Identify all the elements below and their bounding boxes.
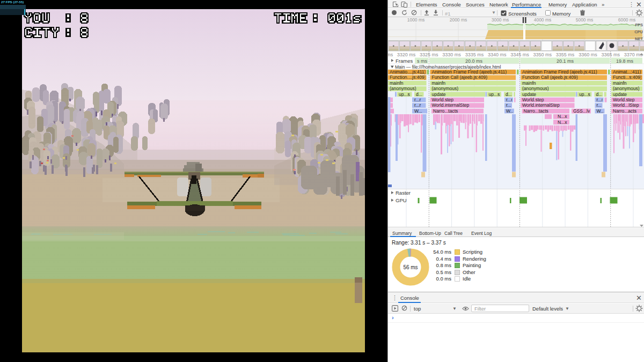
svg-text:4000 ms: 4000 ms [534, 17, 552, 23]
svg-text:Raster: Raster [396, 190, 411, 196]
svg-text:up...s: up...s [399, 92, 410, 97]
svg-text:N...x: N...x [558, 120, 567, 125]
svg-text:Animation Frame Fired (ajeeb.j: Animation Frame Fired (ajeeb.js:411) [522, 69, 597, 75]
svg-text:3360 ms: 3360 ms [579, 52, 597, 57]
svg-text:(anonymous): (anonymous) [613, 86, 640, 91]
svg-text:CPU: CPU [634, 29, 643, 34]
svg-text:FPS: FPS [635, 23, 643, 27]
svg-text:6000 ms: 6000 ms [618, 17, 636, 23]
svg-text:3320 ms: 3320 ms [397, 52, 416, 57]
svg-text:r...r: r...r [506, 97, 513, 102]
svg-text:up...s: up...s [579, 92, 590, 97]
svg-text:r...r: r...r [597, 97, 603, 102]
svg-text:World.step: World.step [613, 97, 635, 102]
svg-text:Animat...:411): Animat...:411) [613, 69, 641, 75]
svg-text:19.8 ms: 19.8 ms [616, 58, 634, 64]
svg-text:3365 ms: 3365 ms [601, 52, 620, 57]
svg-text:(anonymous): (anonymous) [432, 86, 459, 91]
svg-text:World.internalStep: World.internalStep [522, 102, 560, 108]
svg-text:mainfn: mainfn [390, 80, 404, 86]
svg-text:mainfn: mainfn [522, 80, 536, 86]
svg-text:World.step: World.step [522, 97, 544, 102]
svg-text:3345 ms: 3345 ms [510, 52, 529, 57]
svg-text:(anonymous): (anonymous) [522, 86, 549, 91]
svg-text:W...: W... [414, 108, 422, 114]
svg-text:Function Call (ajeeb.js:409): Function Call (ajeeb.js:409) [522, 75, 578, 80]
svg-text:Animation Frame Fired (ajeeb.j: Animation Frame Fired (ajeeb.js:411) [432, 69, 507, 75]
svg-text:1000 ms: 1000 ms [407, 17, 425, 23]
svg-text:Narro...acts: Narro...acts [613, 108, 636, 114]
svg-text:GSS...lve: GSS...lve [573, 108, 592, 114]
svg-text:3335 ms: 3335 ms [465, 52, 484, 57]
svg-text:3340 ms: 3340 ms [488, 52, 507, 57]
svg-text:r...r: r...r [414, 97, 421, 102]
svg-text:Main — file:///home/nasser/pro: Main — file:///home/nasser/projects/ajee… [395, 64, 501, 70]
svg-text:5000 ms: 5000 ms [576, 17, 594, 23]
svg-text:3330 ms: 3330 ms [442, 52, 461, 57]
svg-text:3355 ms: 3355 ms [556, 52, 575, 57]
svg-text:d...: d... [596, 92, 603, 97]
svg-text:20.1 ms: 20.1 ms [557, 58, 574, 64]
svg-text:d...: d... [506, 92, 512, 97]
svg-text:up...s: up...s [489, 92, 500, 97]
svg-text:(anonymous): (anonymous) [390, 86, 416, 91]
svg-text:update: update [613, 92, 627, 97]
svg-text:3315 ms: 3315 ms [388, 52, 393, 57]
svg-text:3350 ms: 3350 ms [533, 52, 552, 57]
svg-text:update: update [522, 92, 536, 97]
svg-text:Function....js:409): Function....js:409) [390, 75, 426, 80]
svg-text:d...: d... [416, 92, 422, 97]
svg-text:2000 ms: 2000 ms [450, 17, 467, 23]
svg-text:s ms: s ms [417, 58, 427, 64]
svg-text:Narro...tacts: Narro...tacts [524, 108, 548, 114]
svg-text:World...lStep: World...lStep [613, 102, 639, 108]
svg-text:3325 ms: 3325 ms [420, 52, 438, 57]
svg-text:mainfn: mainfn [613, 80, 627, 86]
svg-text:56 ms: 56 ms [403, 264, 418, 270]
svg-text:N...x: N...x [558, 114, 567, 119]
svg-text:Function Call (ajeeb.js:409): Function Call (ajeeb.js:409) [432, 75, 488, 80]
svg-text:20.0 ms: 20.0 ms [465, 58, 483, 64]
svg-text:World.internalStep: World.internalStep [432, 102, 470, 108]
svg-text:W...: W... [506, 108, 514, 114]
svg-text:mainfn: mainfn [432, 80, 446, 86]
svg-text:GPU: GPU [396, 197, 407, 203]
svg-text:World.step: World.step [432, 97, 454, 102]
svg-text:3000 ms: 3000 ms [492, 17, 509, 23]
svg-text:update: update [432, 92, 446, 97]
svg-text:Animatio....js:411): Animatio....js:411) [390, 69, 426, 75]
svg-text:Functi...s:409): Functi...s:409) [613, 75, 642, 80]
svg-text:3370 ms: 3370 ms [624, 52, 643, 57]
svg-text:r...r: r...r [414, 102, 421, 108]
svg-text:W...: W... [597, 108, 605, 114]
svg-text:Frames: Frames [396, 58, 413, 64]
svg-text:Narro...tacts: Narro...tacts [433, 108, 458, 114]
